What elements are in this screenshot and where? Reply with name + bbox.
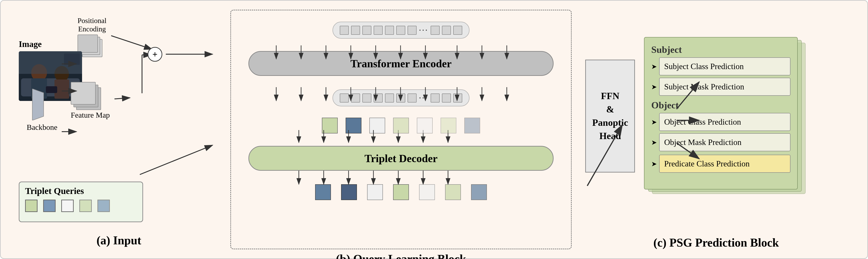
query-sq-3 bbox=[61, 200, 74, 212]
token-3 bbox=[362, 26, 371, 35]
subject-title: Subject bbox=[651, 44, 790, 55]
token-1 bbox=[340, 26, 349, 35]
triplet-queries-box: Triplet Queries bbox=[19, 182, 143, 222]
subject-mask-label: Subject Mask Prediction bbox=[664, 82, 744, 92]
feature-map-group: Feature Map bbox=[71, 82, 110, 120]
section-c-label: (c) PSG Prediction Block bbox=[653, 236, 779, 249]
section-c-inner: FFN&PanopticHead Subject ➤ bbox=[585, 10, 847, 231]
backbone-group: Backbone bbox=[27, 89, 57, 132]
token-7 bbox=[408, 26, 416, 35]
image-label: Image bbox=[19, 39, 82, 49]
svg-line-5 bbox=[111, 36, 152, 49]
token-out-4 bbox=[374, 94, 383, 102]
backbone-shape bbox=[27, 89, 47, 120]
subject-mask-row: ➤ Subject Mask Prediction bbox=[651, 78, 790, 96]
triplet-queries-title: Triplet Queries bbox=[25, 186, 84, 196]
dec-in-3 bbox=[369, 118, 385, 133]
object-mask-row: ➤ Object Mask Prediction bbox=[651, 133, 790, 151]
pred-card-main: Subject ➤ Subject Class Prediction ➤ Sub… bbox=[644, 37, 798, 190]
token-9 bbox=[442, 26, 451, 35]
svg-marker-18 bbox=[32, 89, 43, 120]
token-out-8 bbox=[431, 94, 440, 102]
dec-out-7 bbox=[471, 184, 487, 200]
section-a: PositionalEncoding + Image bbox=[14, 10, 223, 249]
dec-in-5 bbox=[417, 118, 433, 133]
token-out-7 bbox=[408, 94, 416, 102]
transformer-encoder-box: Transformer Encoder bbox=[248, 51, 554, 76]
fm-card-1 bbox=[71, 82, 96, 104]
token-out-10 bbox=[453, 94, 462, 102]
svg-line-2 bbox=[114, 98, 130, 99]
token-out-2 bbox=[351, 94, 360, 102]
dec-in-6 bbox=[440, 118, 456, 133]
dec-out-2 bbox=[341, 184, 357, 200]
token-out-6 bbox=[396, 94, 405, 102]
query-sq-4 bbox=[79, 200, 92, 212]
token-2 bbox=[351, 26, 360, 35]
query-sq-1 bbox=[25, 200, 37, 212]
plus-symbol: + bbox=[148, 47, 162, 62]
dec-out-3 bbox=[367, 184, 383, 200]
token-dots-1: ··· bbox=[419, 25, 428, 35]
query-sq-5 bbox=[97, 200, 110, 212]
object-title: Object bbox=[651, 100, 790, 111]
predicate-class-prediction: Predicate Class Prediction bbox=[659, 155, 790, 173]
subject-mask-prediction: Subject Mask Prediction bbox=[659, 78, 790, 96]
dec-out-5 bbox=[419, 184, 435, 200]
dec-out-4 bbox=[393, 184, 409, 200]
subject-class-row: ➤ Subject Class Prediction bbox=[651, 57, 790, 75]
section-b: ··· Transformer Encoder ··· bbox=[230, 10, 572, 249]
backbone-label: Backbone bbox=[27, 123, 57, 132]
subject-class-prediction: Subject Class Prediction bbox=[659, 57, 790, 75]
encoder-output-token-row: ··· bbox=[333, 89, 469, 106]
predicate-class-label: Predicate Class Prediction bbox=[664, 159, 749, 168]
token-6 bbox=[396, 26, 405, 35]
object-mask-prediction: Object Mask Prediction bbox=[659, 133, 790, 151]
svg-line-7 bbox=[140, 145, 213, 174]
token-8 bbox=[431, 26, 440, 35]
token-pill-2: ··· bbox=[333, 89, 469, 106]
dec-in-4 bbox=[393, 118, 409, 133]
ffn-group: FFN&PanopticHead bbox=[585, 60, 635, 172]
predicate-class-row: ➤ Predicate Class Prediction bbox=[651, 155, 790, 173]
ffn-arrow-group: FFN&PanopticHead bbox=[585, 60, 635, 172]
token-out-9 bbox=[442, 94, 451, 102]
section-c: FFN&PanopticHead Subject ➤ bbox=[579, 10, 854, 249]
section-b-label: (b) Query Learning Block bbox=[336, 252, 466, 259]
feature-map-stack bbox=[71, 82, 100, 109]
arrow-subj-mask: ➤ bbox=[651, 83, 657, 91]
token-out-5 bbox=[385, 94, 394, 102]
token-out-1 bbox=[340, 94, 349, 102]
subject-class-label: Subject Class Prediction bbox=[664, 62, 744, 71]
object-class-row: ➤ Object Class Prediction bbox=[651, 113, 790, 131]
feature-map-label: Feature Map bbox=[71, 111, 110, 120]
dec-in-1 bbox=[322, 118, 338, 133]
token-5 bbox=[385, 26, 394, 35]
token-out-3 bbox=[362, 94, 371, 102]
dec-in-7 bbox=[464, 118, 480, 133]
positional-encoding-label: PositionalEncoding bbox=[78, 17, 106, 33]
token-pill-1: ··· bbox=[333, 22, 469, 39]
main-container: PositionalEncoding + Image bbox=[0, 0, 868, 259]
dec-out-1 bbox=[315, 184, 331, 200]
object-mask-label: Object Mask Prediction bbox=[664, 137, 741, 147]
encoder-input-token-row: ··· bbox=[333, 22, 469, 39]
query-sq-2 bbox=[43, 200, 56, 212]
token-dots-2: ··· bbox=[419, 93, 428, 103]
arrow-obj-class: ➤ bbox=[651, 118, 657, 126]
arrow-obj-mask: ➤ bbox=[651, 138, 657, 146]
triplet-decoder-box: Triplet Decoder bbox=[248, 146, 554, 171]
dec-out-6 bbox=[445, 184, 461, 200]
svg-rect-17 bbox=[64, 54, 80, 65]
dec-in-2 bbox=[346, 118, 362, 133]
token-10 bbox=[453, 26, 462, 35]
triplet-queries-row bbox=[25, 200, 110, 212]
decoder-output-row bbox=[315, 184, 487, 200]
object-class-label: Object Class Prediction bbox=[664, 117, 741, 127]
prediction-stack: Subject ➤ Subject Class Prediction ➤ Sub… bbox=[644, 37, 807, 195]
section-a-label: (a) Input bbox=[96, 234, 141, 247]
ffn-box: FFN&PanopticHead bbox=[585, 60, 635, 172]
arrow-subj-class: ➤ bbox=[651, 63, 657, 70]
object-class-prediction: Object Class Prediction bbox=[659, 113, 790, 131]
arrow-pred-class: ➤ bbox=[651, 160, 657, 168]
